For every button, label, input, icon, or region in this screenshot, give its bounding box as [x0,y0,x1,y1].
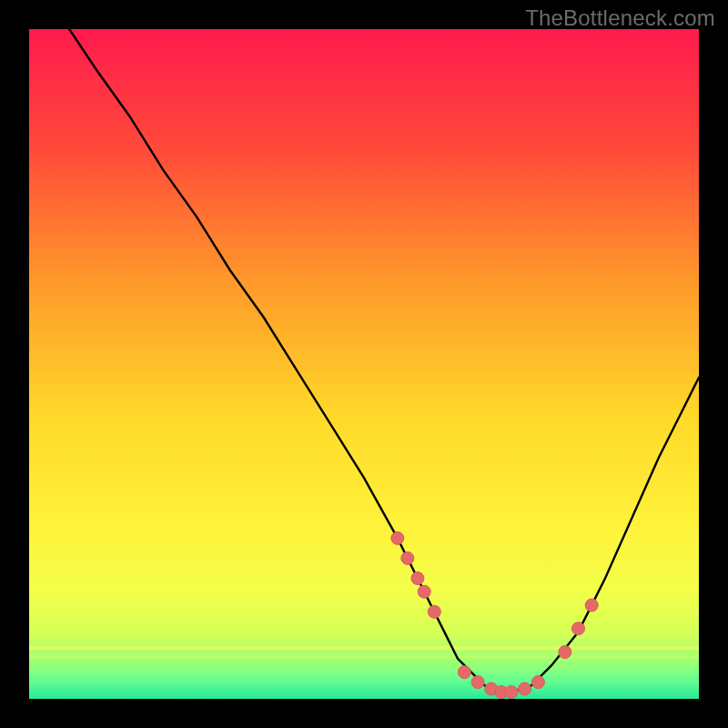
marker-point [391,531,404,544]
marker-point [458,666,470,679]
marker-point [418,585,430,598]
marker-point [559,646,571,659]
highlight-markers [391,531,598,698]
marker-point [531,676,544,689]
marker-point [428,605,440,618]
marker-point [401,551,414,564]
chart-frame: TheBottleneck.com [0,0,728,728]
marker-point [585,599,598,612]
marker-point [471,676,484,689]
marker-point [519,682,531,695]
bottleneck-curve [29,29,699,699]
marker-point [572,622,585,635]
plot-area [29,29,699,699]
watermark-text: TheBottleneck.com [525,5,715,31]
marker-point [505,686,518,699]
marker-point [411,572,424,585]
